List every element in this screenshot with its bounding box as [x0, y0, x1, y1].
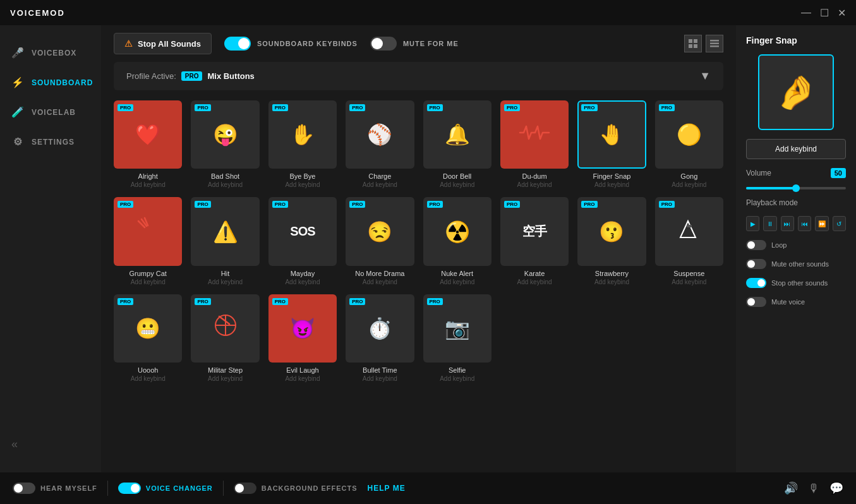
- sound-card-charge[interactable]: PRO⚾ChargeAdd keybind: [346, 100, 414, 188]
- next-button[interactable]: ⏭: [781, 216, 794, 231]
- pro-tag: PRO: [427, 104, 443, 111]
- sound-card-alright[interactable]: PRO❤️AlrightAdd keybind: [114, 100, 182, 188]
- sound-img-strawberry: PRO😗: [577, 197, 646, 265]
- pro-tag: PRO: [581, 201, 597, 208]
- stop-other-toggle-row: Stop other sounds: [746, 278, 846, 288]
- sound-name-grumpycat: Grumpy Cat: [130, 270, 167, 277]
- grid-view-button[interactable]: [684, 35, 702, 52]
- mute-voice-label: Mute voice: [771, 298, 805, 306]
- toggle-knob: [238, 38, 250, 49]
- sound-card-dudum[interactable]: PRODu-dumAdd keybind: [500, 100, 569, 188]
- mute-other-knob: [747, 260, 755, 268]
- panel-sound-title: Finger Snap: [746, 35, 846, 45]
- list-view-button[interactable]: [706, 35, 723, 52]
- chat-icon[interactable]: 💬: [829, 481, 843, 495]
- sidebar-item-voicelab[interactable]: 🧪 VOICELAB: [0, 97, 101, 127]
- strawberry-icon: 😗: [599, 220, 624, 244]
- sound-card-gong[interactable]: PRO🟡GongAdd keybind: [655, 100, 723, 188]
- sound-card-uoooh[interactable]: PRO😬UooohAdd keybind: [114, 294, 182, 382]
- sidebar-item-voicebox[interactable]: 🎤 VOICEBOX: [0, 38, 101, 68]
- play-button[interactable]: ▶: [746, 216, 759, 231]
- sound-keybind-mayday: Add keybind: [285, 279, 320, 285]
- collapse-sidebar-button[interactable]: «: [0, 429, 101, 460]
- sound-keybind-charge: Add keybind: [363, 181, 397, 188]
- pro-tag: PRO: [504, 104, 520, 111]
- sound-name-doorbell: Door Bell: [443, 172, 471, 180]
- sound-card-suspense[interactable]: PROSuspenseAdd keybind: [655, 197, 723, 285]
- stop-all-sounds-button[interactable]: ⚠ Stop All Sounds: [114, 33, 212, 54]
- pro-tag: PRO: [118, 298, 133, 305]
- sound-card-strawberry[interactable]: PRO😗StrawberryAdd keybind: [577, 197, 646, 285]
- svg-rect-2: [689, 44, 692, 48]
- sound-keybind-bullettime: Add keybind: [363, 375, 397, 382]
- sound-card-byebye[interactable]: PRO✋Bye ByeAdd keybind: [268, 100, 337, 188]
- sound-card-badshot[interactable]: PRO😜Bad ShotAdd keybind: [191, 100, 259, 188]
- repeat-button[interactable]: ↺: [833, 216, 846, 231]
- hear-myself-knob: [14, 484, 23, 493]
- view-buttons: [684, 35, 723, 52]
- sound-card-selfie[interactable]: PRO📷SelfieAdd keybind: [423, 294, 491, 382]
- loop-toggle[interactable]: [746, 240, 766, 250]
- sound-card-mayday[interactable]: PROSOSMaydayAdd keybind: [268, 197, 337, 285]
- minimize-icon[interactable]: —: [801, 7, 811, 18]
- sound-card-karate[interactable]: PRO空手KarateAdd keybind: [500, 197, 569, 285]
- profile-bar[interactable]: Profile Active: PRO Mix Buttons ▼: [114, 62, 723, 90]
- sound-img-bullettime: PRO⏱️: [346, 294, 414, 363]
- main-container: 🎤 VOICEBOX ⚡ SOUNDBOARD 🧪 VOICELAB ⚙ SET…: [0, 25, 856, 472]
- mute-other-toggle[interactable]: [746, 259, 766, 269]
- hear-myself-toggle[interactable]: [13, 483, 35, 494]
- bullettime-icon: ⏱️: [367, 316, 392, 340]
- bg-effects-group: BACKGROUND EFFECTS: [234, 483, 358, 494]
- gong-icon: 🟡: [677, 123, 702, 147]
- fast-forward-button[interactable]: ⏩: [815, 216, 828, 231]
- sound-img-charge: PRO⚾: [346, 100, 414, 169]
- help-button[interactable]: HELP ME: [368, 484, 406, 493]
- mute-toggle-knob: [371, 38, 383, 49]
- sound-grid: PRO❤️AlrightAdd keybindPRO😜Bad ShotAdd k…: [101, 100, 736, 472]
- byebye-icon: ✋: [290, 123, 315, 147]
- sound-name-uoooh: Uoooh: [138, 366, 158, 374]
- sound-card-nukealert[interactable]: PRO☢️Nuke AlertAdd keybind: [423, 197, 491, 285]
- sidebar-item-soundboard[interactable]: ⚡ SOUNDBOARD: [0, 68, 101, 97]
- stop-other-toggle[interactable]: [746, 278, 766, 288]
- sound-name-fingersnap: Finger Snap: [593, 172, 630, 180]
- pro-badge: PRO: [181, 71, 203, 81]
- mute-for-me-toggle[interactable]: [370, 37, 397, 51]
- sound-name-evillaugh: Evil Laugh: [286, 366, 318, 374]
- sound-card-hit[interactable]: PRO⚠️HitAdd keybind: [191, 197, 259, 285]
- voice-changer-toggle[interactable]: [118, 483, 141, 494]
- sound-card-fingersnap[interactable]: PRO🤚Finger SnapAdd keybind: [577, 100, 646, 188]
- close-icon[interactable]: ✕: [838, 7, 846, 19]
- microphone-bottom-icon[interactable]: 🎙: [808, 482, 819, 495]
- sound-card-doorbell[interactable]: PRO🔔Door BellAdd keybind: [423, 100, 491, 188]
- sound-card-evillaugh[interactable]: PRO😈Evil LaughAdd keybind: [268, 294, 337, 382]
- sound-card-nomoredrama[interactable]: PRO😒No More DramaAdd keybind: [346, 197, 414, 285]
- sound-img-doorbell: PRO🔔: [423, 100, 491, 169]
- bg-effects-knob: [235, 484, 244, 493]
- topbar: ⚠ Stop All Sounds SOUNDBOARD KEYBINDS MU…: [101, 25, 736, 62]
- militarstep-icon: [212, 311, 239, 345]
- lab-icon: 🧪: [11, 106, 24, 118]
- bg-effects-toggle[interactable]: [234, 483, 256, 494]
- prev-button[interactable]: ⏮: [798, 216, 811, 231]
- stop-other-label: Stop other sounds: [771, 279, 828, 287]
- collapse-icon: «: [11, 438, 18, 450]
- app-title: VOICEMOD: [10, 8, 65, 18]
- sidebar-item-settings[interactable]: ⚙ SETTINGS: [0, 127, 101, 157]
- bg-effects-label: BACKGROUND EFFECTS: [262, 484, 358, 492]
- sound-card-grumpycat[interactable]: PROGrumpy CatAdd keybind: [114, 197, 182, 285]
- pause-button[interactable]: ⏸: [763, 216, 776, 231]
- add-keybind-button[interactable]: Add keybind: [746, 139, 846, 159]
- sound-card-militarstep[interactable]: PROMilitar StepAdd keybind: [191, 294, 259, 382]
- profile-active-label: Profile Active: PRO Mix Buttons: [126, 71, 255, 81]
- sound-card-bullettime[interactable]: PRO⏱️Bullet TimeAdd keybind: [346, 294, 414, 382]
- karate-icon: 空手: [522, 223, 546, 240]
- soundboard-keybinds-toggle[interactable]: [224, 37, 251, 51]
- svg-rect-0: [689, 39, 692, 43]
- mute-voice-toggle[interactable]: [746, 297, 766, 307]
- pro-tag: PRO: [427, 298, 443, 305]
- volume-slider[interactable]: [746, 187, 846, 189]
- hear-myself-group: HEAR MYSELF: [13, 483, 97, 494]
- volume-icon[interactable]: 🔊: [784, 481, 798, 495]
- maximize-icon[interactable]: ☐: [820, 7, 829, 19]
